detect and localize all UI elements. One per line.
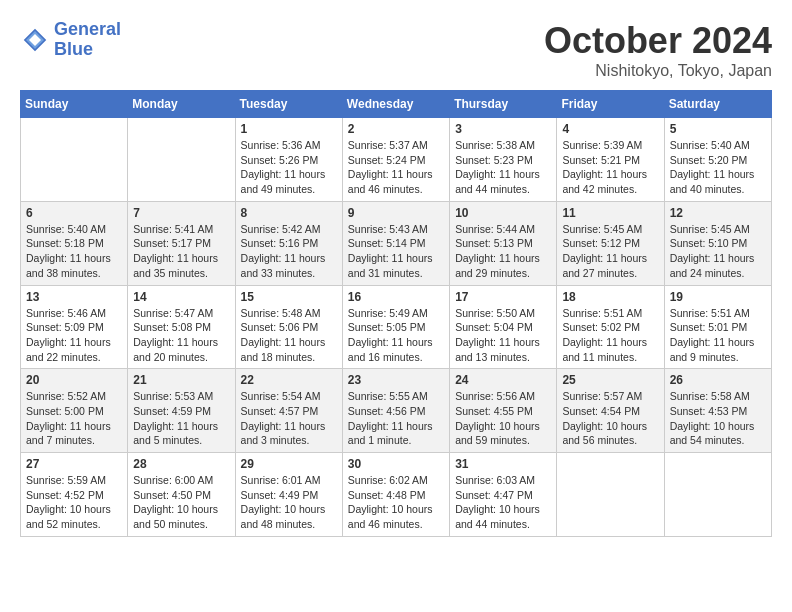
calendar-cell [557,453,664,537]
calendar-cell: 15Sunrise: 5:48 AM Sunset: 5:06 PM Dayli… [235,285,342,369]
day-header-friday: Friday [557,91,664,118]
calendar-cell: 3Sunrise: 5:38 AM Sunset: 5:23 PM Daylig… [450,118,557,202]
calendar-cell: 31Sunrise: 6:03 AM Sunset: 4:47 PM Dayli… [450,453,557,537]
day-info: Sunrise: 5:49 AM Sunset: 5:05 PM Dayligh… [348,306,444,365]
day-number: 17 [455,290,551,304]
day-header-monday: Monday [128,91,235,118]
logo-line2: Blue [54,39,93,59]
calendar-cell: 8Sunrise: 5:42 AM Sunset: 5:16 PM Daylig… [235,201,342,285]
month-title: October 2024 [544,20,772,62]
day-info: Sunrise: 6:00 AM Sunset: 4:50 PM Dayligh… [133,473,229,532]
day-number: 26 [670,373,766,387]
day-number: 16 [348,290,444,304]
day-number: 24 [455,373,551,387]
day-number: 25 [562,373,658,387]
calendar-cell: 7Sunrise: 5:41 AM Sunset: 5:17 PM Daylig… [128,201,235,285]
day-number: 7 [133,206,229,220]
calendar-cell: 13Sunrise: 5:46 AM Sunset: 5:09 PM Dayli… [21,285,128,369]
calendar-week-row: 1Sunrise: 5:36 AM Sunset: 5:26 PM Daylig… [21,118,772,202]
day-number: 31 [455,457,551,471]
day-info: Sunrise: 5:43 AM Sunset: 5:14 PM Dayligh… [348,222,444,281]
day-number: 27 [26,457,122,471]
calendar-cell: 23Sunrise: 5:55 AM Sunset: 4:56 PM Dayli… [342,369,449,453]
calendar-cell: 2Sunrise: 5:37 AM Sunset: 5:24 PM Daylig… [342,118,449,202]
day-info: Sunrise: 5:38 AM Sunset: 5:23 PM Dayligh… [455,138,551,197]
day-info: Sunrise: 5:51 AM Sunset: 5:01 PM Dayligh… [670,306,766,365]
day-info: Sunrise: 5:40 AM Sunset: 5:18 PM Dayligh… [26,222,122,281]
day-info: Sunrise: 6:02 AM Sunset: 4:48 PM Dayligh… [348,473,444,532]
logo-text: General Blue [54,20,121,60]
day-info: Sunrise: 5:39 AM Sunset: 5:21 PM Dayligh… [562,138,658,197]
calendar-cell: 1Sunrise: 5:36 AM Sunset: 5:26 PM Daylig… [235,118,342,202]
day-info: Sunrise: 5:51 AM Sunset: 5:02 PM Dayligh… [562,306,658,365]
logo: General Blue [20,20,121,60]
calendar-cell: 29Sunrise: 6:01 AM Sunset: 4:49 PM Dayli… [235,453,342,537]
day-info: Sunrise: 5:37 AM Sunset: 5:24 PM Dayligh… [348,138,444,197]
day-number: 23 [348,373,444,387]
day-header-tuesday: Tuesday [235,91,342,118]
day-info: Sunrise: 5:45 AM Sunset: 5:10 PM Dayligh… [670,222,766,281]
day-number: 2 [348,122,444,136]
day-info: Sunrise: 5:52 AM Sunset: 5:00 PM Dayligh… [26,389,122,448]
calendar-cell: 6Sunrise: 5:40 AM Sunset: 5:18 PM Daylig… [21,201,128,285]
calendar-week-row: 13Sunrise: 5:46 AM Sunset: 5:09 PM Dayli… [21,285,772,369]
calendar-cell: 11Sunrise: 5:45 AM Sunset: 5:12 PM Dayli… [557,201,664,285]
calendar-cell: 20Sunrise: 5:52 AM Sunset: 5:00 PM Dayli… [21,369,128,453]
calendar-cell [21,118,128,202]
day-number: 3 [455,122,551,136]
title-block: October 2024 Nishitokyo, Tokyo, Japan [544,20,772,80]
calendar-cell: 5Sunrise: 5:40 AM Sunset: 5:20 PM Daylig… [664,118,771,202]
page-header: General Blue October 2024 Nishitokyo, To… [20,20,772,80]
calendar-week-row: 27Sunrise: 5:59 AM Sunset: 4:52 PM Dayli… [21,453,772,537]
calendar-cell: 4Sunrise: 5:39 AM Sunset: 5:21 PM Daylig… [557,118,664,202]
day-number: 5 [670,122,766,136]
day-info: Sunrise: 5:46 AM Sunset: 5:09 PM Dayligh… [26,306,122,365]
calendar-header-row: SundayMondayTuesdayWednesdayThursdayFrid… [21,91,772,118]
day-header-saturday: Saturday [664,91,771,118]
day-info: Sunrise: 5:53 AM Sunset: 4:59 PM Dayligh… [133,389,229,448]
day-info: Sunrise: 5:36 AM Sunset: 5:26 PM Dayligh… [241,138,337,197]
day-number: 8 [241,206,337,220]
day-number: 14 [133,290,229,304]
day-header-wednesday: Wednesday [342,91,449,118]
calendar-week-row: 20Sunrise: 5:52 AM Sunset: 5:00 PM Dayli… [21,369,772,453]
day-header-thursday: Thursday [450,91,557,118]
calendar-cell: 28Sunrise: 6:00 AM Sunset: 4:50 PM Dayli… [128,453,235,537]
day-info: Sunrise: 5:47 AM Sunset: 5:08 PM Dayligh… [133,306,229,365]
calendar-week-row: 6Sunrise: 5:40 AM Sunset: 5:18 PM Daylig… [21,201,772,285]
calendar-cell: 25Sunrise: 5:57 AM Sunset: 4:54 PM Dayli… [557,369,664,453]
calendar-cell: 19Sunrise: 5:51 AM Sunset: 5:01 PM Dayli… [664,285,771,369]
day-info: Sunrise: 5:59 AM Sunset: 4:52 PM Dayligh… [26,473,122,532]
day-number: 12 [670,206,766,220]
day-info: Sunrise: 5:40 AM Sunset: 5:20 PM Dayligh… [670,138,766,197]
day-number: 10 [455,206,551,220]
logo-icon [20,25,50,55]
calendar-cell: 22Sunrise: 5:54 AM Sunset: 4:57 PM Dayli… [235,369,342,453]
day-info: Sunrise: 5:48 AM Sunset: 5:06 PM Dayligh… [241,306,337,365]
day-info: Sunrise: 5:57 AM Sunset: 4:54 PM Dayligh… [562,389,658,448]
calendar-cell: 18Sunrise: 5:51 AM Sunset: 5:02 PM Dayli… [557,285,664,369]
day-info: Sunrise: 5:42 AM Sunset: 5:16 PM Dayligh… [241,222,337,281]
logo-line1: General [54,19,121,39]
calendar-cell [664,453,771,537]
calendar-cell: 17Sunrise: 5:50 AM Sunset: 5:04 PM Dayli… [450,285,557,369]
day-number: 20 [26,373,122,387]
day-number: 22 [241,373,337,387]
day-number: 18 [562,290,658,304]
day-number: 15 [241,290,337,304]
calendar-cell [128,118,235,202]
calendar-cell: 12Sunrise: 5:45 AM Sunset: 5:10 PM Dayli… [664,201,771,285]
calendar-table: SundayMondayTuesdayWednesdayThursdayFrid… [20,90,772,537]
day-number: 30 [348,457,444,471]
day-info: Sunrise: 5:50 AM Sunset: 5:04 PM Dayligh… [455,306,551,365]
day-number: 29 [241,457,337,471]
day-number: 11 [562,206,658,220]
calendar-cell: 27Sunrise: 5:59 AM Sunset: 4:52 PM Dayli… [21,453,128,537]
day-info: Sunrise: 6:03 AM Sunset: 4:47 PM Dayligh… [455,473,551,532]
calendar-cell: 10Sunrise: 5:44 AM Sunset: 5:13 PM Dayli… [450,201,557,285]
day-info: Sunrise: 5:54 AM Sunset: 4:57 PM Dayligh… [241,389,337,448]
calendar-cell: 30Sunrise: 6:02 AM Sunset: 4:48 PM Dayli… [342,453,449,537]
calendar-cell: 9Sunrise: 5:43 AM Sunset: 5:14 PM Daylig… [342,201,449,285]
day-header-sunday: Sunday [21,91,128,118]
calendar-cell: 14Sunrise: 5:47 AM Sunset: 5:08 PM Dayli… [128,285,235,369]
